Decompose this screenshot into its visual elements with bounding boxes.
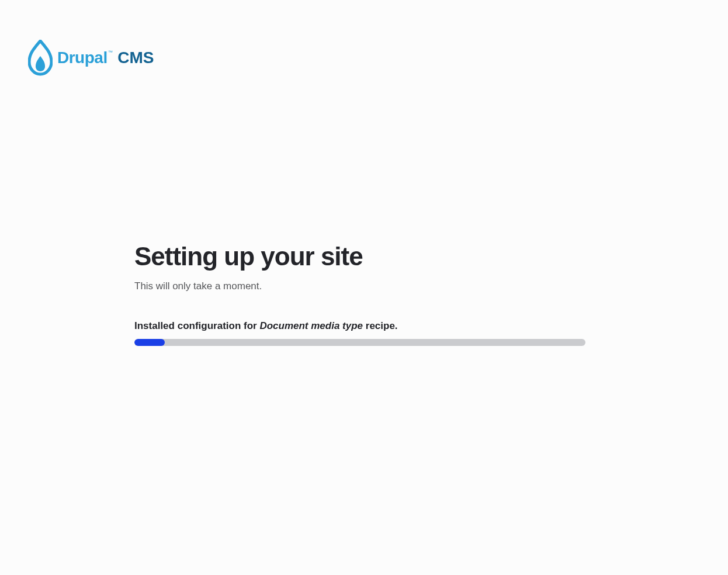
status-prefix: Installed configuration for <box>134 320 259 331</box>
logo: Drupal™ CMS <box>28 40 154 76</box>
page-title: Setting up your site <box>134 242 585 271</box>
install-status-message: Installed configuration for Document med… <box>134 320 585 332</box>
logo-brand-word: Drupal <box>57 49 108 67</box>
logo-text: Drupal™ CMS <box>57 49 154 67</box>
progress-bar <box>134 339 585 346</box>
main-content: Setting up your site This will only take… <box>134 242 585 346</box>
drupal-drop-icon <box>28 40 53 76</box>
trademark-symbol: ™ <box>108 50 113 55</box>
page-subtitle: This will only take a moment. <box>134 280 585 292</box>
status-recipe-name: Document media type <box>259 320 363 331</box>
logo-brand-text: Drupal™ <box>57 49 112 67</box>
logo-suffix-text: CMS <box>117 49 154 67</box>
progress-bar-fill <box>134 339 165 346</box>
status-suffix: recipe. <box>363 320 398 331</box>
